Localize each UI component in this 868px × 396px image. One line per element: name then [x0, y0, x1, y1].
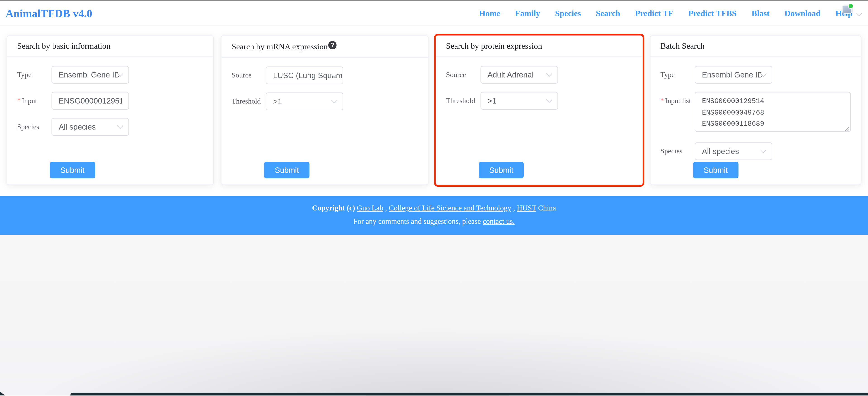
nav-item-family[interactable]: Family [515, 9, 540, 18]
field-label: Source [231, 66, 266, 84]
nav-item-predict-tfbs[interactable]: Predict TFBS [688, 9, 737, 18]
threshold-select[interactable]: >1 [266, 92, 343, 110]
nav-item-blast[interactable]: Blast [752, 9, 770, 18]
form-row-species: Species All species [660, 142, 851, 160]
footer: Copyright (c) Guo Lab , College of Life … [0, 196, 868, 235]
chevron-down-icon [546, 70, 552, 77]
window-corner [0, 392, 5, 396]
guo-lab-link[interactable]: Guo Lab [357, 204, 383, 212]
panel-basic-information: Search by basic information Type Ensembl… [6, 35, 214, 185]
panel-batch-search: Batch Search Type Ensembl Gene ID *Input… [650, 35, 862, 185]
species-select[interactable]: All species [695, 142, 772, 160]
gene-id-input[interactable] [52, 92, 129, 110]
required-asterisk: * [17, 96, 21, 105]
form-row-threshold: Threshold >1 [446, 92, 632, 110]
nav-item-search[interactable]: Search [596, 9, 620, 18]
gene-id-list-textarea[interactable]: ENSG00000129514 ENSG00000049768 ENSG0000… [695, 92, 851, 132]
field-label: Species [660, 142, 695, 160]
field-label: *Input list [660, 92, 695, 134]
extension-badge-icon[interactable] [843, 5, 852, 13]
selected-value: Adult Adrenal [488, 70, 534, 79]
field-label: Threshold [446, 92, 480, 110]
search-panels-row: Search by basic information Type Ensembl… [0, 26, 868, 196]
panel-header: Batch Search [650, 36, 861, 57]
panel-body: Type Ensembl Gene ID *Input list ENSG000… [650, 57, 861, 177]
field-label: *Input [17, 92, 52, 110]
panel-title: Batch Search [660, 41, 705, 50]
submit-button[interactable]: Submit [693, 162, 738, 178]
dock-shadow [39, 329, 835, 395]
nav-item-predict-tf[interactable]: Predict TF [635, 9, 673, 18]
panel-protein-expression: Search by protein expression Source Adul… [435, 35, 643, 185]
green-dot-icon [848, 3, 854, 8]
textarea-wrap: ENSG00000129514 ENSG00000049768 ENSG0000… [695, 92, 851, 134]
chevron-down-icon [332, 97, 338, 104]
animaltfdb-search-page: AnimalTFDB v4.0 Home Family Species Sear… [0, 0, 868, 396]
source-select[interactable]: LUSC (Lung Squamous [266, 66, 343, 84]
selected-value: All species [702, 147, 739, 155]
source-select[interactable]: Adult Adrenal [480, 66, 558, 84]
submit-button[interactable]: Submit [264, 162, 309, 178]
form-row-type: Type Ensembl Gene ID [660, 66, 851, 84]
chevron-down-icon [857, 10, 862, 16]
form-row-input-list: *Input list ENSG00000129514 ENSG00000049… [660, 92, 851, 134]
selected-value: Ensembl Gene ID [59, 70, 120, 79]
selected-value: All species [59, 122, 96, 131]
panel-title: Search by mRNA expression [231, 42, 328, 51]
type-select[interactable]: Ensembl Gene ID [52, 66, 129, 84]
selected-value: Ensembl Gene ID [702, 70, 763, 79]
panel-body: Source LUSC (Lung Squamous Threshold >1 … [222, 58, 428, 127]
hust-link[interactable]: HUST [517, 204, 536, 212]
nav-item-download[interactable]: Download [784, 9, 820, 18]
nav-menu: Home Family Species Search Predict TF Pr… [479, 9, 860, 18]
field-label: Threshold [231, 92, 266, 110]
selected-value: >1 [273, 97, 282, 106]
panel-body: Source Adult Adrenal Threshold >1 Submit [436, 57, 642, 127]
footer-comments-line: For any comments and suggestions, please… [0, 215, 868, 228]
navbar: AnimalTFDB v4.0 Home Family Species Sear… [0, 1, 868, 26]
field-label: Species [17, 118, 52, 136]
form-row-threshold: Threshold >1 [231, 92, 418, 110]
species-select[interactable]: All species [52, 118, 129, 136]
contact-us-link[interactable]: contact us. [483, 217, 515, 225]
form-row-source: Source LUSC (Lung Squamous [231, 66, 418, 84]
site-logo[interactable]: AnimalTFDB v4.0 [5, 7, 92, 20]
type-select[interactable]: Ensembl Gene ID [695, 66, 772, 84]
form-row-input: *Input [17, 92, 203, 110]
panel-header: Search by protein expression [436, 36, 642, 57]
threshold-select[interactable]: >1 [480, 92, 558, 110]
field-label: Type [660, 66, 695, 84]
chevron-down-icon [760, 147, 767, 153]
panel-body: Type Ensembl Gene ID *Input Species All … [7, 57, 213, 153]
form-row-type: Type Ensembl Gene ID [17, 66, 203, 84]
field-label: Type [17, 66, 52, 84]
panel-header: Search by mRNA expression? [222, 36, 428, 58]
panel-title: Search by basic information [17, 41, 111, 50]
panel-title: Search by protein expression [446, 41, 542, 50]
nav-item-species[interactable]: Species [555, 9, 581, 18]
nav-item-help[interactable]: Help [835, 9, 860, 18]
form-row-source: Source Adult Adrenal [446, 66, 632, 84]
footer-copyright-line: Copyright (c) Guo Lab , College of Life … [0, 202, 868, 215]
desktop-background [0, 235, 868, 396]
question-mark-icon[interactable]: ? [328, 41, 337, 49]
selected-value: >1 [488, 96, 496, 105]
dock-bar [70, 393, 868, 396]
chevron-down-icon [117, 122, 123, 129]
copyright-text: Copyright (c) [312, 204, 357, 212]
submit-button[interactable]: Submit [50, 162, 95, 178]
chevron-down-icon [546, 96, 552, 103]
college-link[interactable]: College of Life Sicience and Technology [389, 204, 512, 212]
required-asterisk: * [660, 96, 664, 105]
panel-header: Search by basic information [7, 36, 213, 57]
nav-item-home[interactable]: Home [479, 9, 500, 18]
submit-button[interactable]: Submit [478, 162, 524, 178]
form-row-species: Species All species [17, 118, 203, 136]
panel-mrna-expression: Search by mRNA expression? Source LUSC (… [221, 35, 428, 185]
field-label: Source [446, 66, 480, 84]
